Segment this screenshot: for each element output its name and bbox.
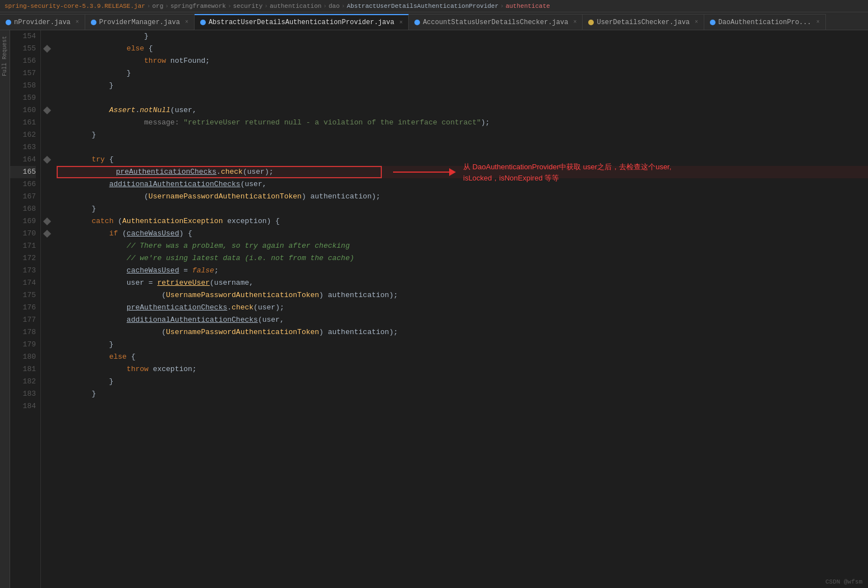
code-line-171: // There was a problem, so try again aft… bbox=[57, 240, 868, 252]
annotation-arrow bbox=[393, 168, 456, 176]
line-num-160: 160 bbox=[10, 104, 36, 117]
line-num-154: 154 bbox=[10, 30, 36, 43]
line-num-155: 155 bbox=[10, 43, 36, 55]
tab-label: AccountStatusUserDetailsChecker.java bbox=[423, 18, 568, 26]
annotation-text: 从 DaoAuthenticationProvider中获取 user之后，去检… bbox=[463, 161, 671, 183]
tab-accountstatus[interactable]: AccountStatusUserDetailsChecker.java × bbox=[409, 14, 583, 30]
line-num-163: 163 bbox=[10, 141, 36, 154]
code-line-170: if (cacheWasUsed) { bbox=[57, 228, 868, 240]
code-line-169: catch (AuthenticationException exception… bbox=[57, 215, 868, 228]
line-num-170: 170 bbox=[10, 228, 36, 240]
code-line-176: preAuthenticationChecks.check(user); bbox=[57, 302, 868, 314]
code-line-159 bbox=[57, 92, 868, 104]
code-line-181: throw exception; bbox=[57, 363, 868, 376]
tab-close-icon[interactable]: × bbox=[399, 20, 403, 26]
code-line-162: } bbox=[57, 129, 868, 141]
line-num-178: 178 bbox=[10, 326, 36, 339]
tab-icon bbox=[6, 20, 11, 25]
code-line-177: additionalAuthenticationChecks(user, bbox=[57, 314, 868, 326]
tab-abstractprovider[interactable]: AbstractUserDetailsAuthenticationProvide… bbox=[195, 14, 409, 30]
tab-close-icon[interactable]: × bbox=[695, 19, 698, 25]
line-num-158: 158 bbox=[10, 80, 36, 92]
line-num-173: 173 bbox=[10, 265, 36, 277]
code-line-174: user = retrieveUser(username, bbox=[57, 277, 868, 289]
line-num-171: 171 bbox=[10, 240, 36, 252]
tab-close-icon[interactable]: × bbox=[816, 19, 820, 25]
code-line-155: else { bbox=[57, 43, 868, 55]
gutter-icon-169 bbox=[43, 217, 51, 225]
tab-userdetailschecker[interactable]: UserDetailsChecker.java × bbox=[583, 14, 704, 30]
line-num-172: 172 bbox=[10, 252, 36, 265]
code-line-168: } bbox=[57, 203, 868, 215]
code-line-164: try { bbox=[57, 154, 868, 166]
gutter-icon-155 bbox=[43, 45, 51, 53]
tab-label: UserDetailsChecker.java bbox=[597, 18, 690, 26]
gutter-icon-164 bbox=[43, 156, 51, 164]
line-num-161: 161 bbox=[10, 117, 36, 129]
code-line-184 bbox=[57, 400, 868, 413]
tab-icon bbox=[710, 20, 715, 25]
tab-icon bbox=[588, 20, 594, 25]
tab-providermanager[interactable]: ProviderManager.java × bbox=[85, 14, 195, 30]
line-num-168: 168 bbox=[10, 203, 36, 215]
line-num-166: 166 bbox=[10, 178, 36, 191]
code-line-161: message: "retrieveUser returned null - a… bbox=[57, 117, 868, 129]
tab-label: AbstractUserDetailsAuthenticationProvide… bbox=[209, 18, 394, 26]
line-num-181: 181 bbox=[10, 363, 36, 376]
code-line-157: } bbox=[57, 67, 868, 80]
tab-close-icon[interactable]: × bbox=[573, 19, 576, 25]
code-line-165: preAuthenticationChecks.check(user); 从 D… bbox=[57, 166, 868, 178]
tab-icon bbox=[200, 20, 206, 25]
code-line-163 bbox=[57, 141, 868, 154]
line-num-157: 157 bbox=[10, 67, 36, 80]
tab-close-icon[interactable]: × bbox=[76, 19, 79, 25]
tab-label: ProviderManager.java bbox=[99, 18, 180, 26]
tab-label: nProvider.java bbox=[14, 18, 71, 26]
code-line-167: (UsernamePasswordAuthenticationToken) au… bbox=[57, 191, 868, 203]
code-line-179: } bbox=[57, 339, 868, 351]
code-line-154: } bbox=[57, 30, 868, 43]
line-num-179: 179 bbox=[10, 339, 36, 351]
code-line-182: } bbox=[57, 376, 868, 388]
code-line-173: cacheWasUsed = false; bbox=[57, 265, 868, 277]
gutter-icon-160 bbox=[43, 107, 51, 114]
breadcrumb: spring-security-core-5.3.9.RELEASE.jar ›… bbox=[0, 0, 868, 12]
line-num-184: 184 bbox=[10, 400, 36, 413]
line-num-167: 167 bbox=[10, 191, 36, 203]
tab-label: DaoAuthenticationPro... bbox=[718, 18, 811, 26]
code-line-178: (UsernamePasswordAuthenticationToken) au… bbox=[57, 326, 868, 339]
code-line-180: else { bbox=[57, 351, 868, 363]
line-num-175: 175 bbox=[10, 289, 36, 302]
panel-label: Full Request bbox=[2, 36, 8, 76]
line-num-164: 164 bbox=[10, 154, 36, 166]
line-num-183: 183 bbox=[10, 388, 36, 400]
left-panel: Full Request bbox=[0, 30, 10, 588]
bc-method[interactable]: authenticate bbox=[506, 3, 550, 10]
line-num-176: 176 bbox=[10, 302, 36, 314]
tab-close-icon[interactable]: × bbox=[185, 19, 188, 25]
code-line-183: } bbox=[57, 388, 868, 400]
tab-icon bbox=[414, 20, 420, 25]
bc-jar: spring-security-core-5.3.9.RELEASE.jar bbox=[4, 3, 145, 10]
line-num-159: 159 bbox=[10, 92, 36, 104]
code-area: Full Request 154 155 156 157 158 159 160… bbox=[0, 30, 868, 588]
tab-daoprovider[interactable]: DaoAuthenticationPro... × bbox=[704, 14, 826, 30]
line-numbers: 154 155 156 157 158 159 160 161 162 163 … bbox=[10, 30, 41, 588]
code-line-156: throw notFound; bbox=[57, 55, 868, 67]
code-content: } else { throw notFound; } } bbox=[52, 30, 868, 588]
code-line-172: // we're using latest data (i.e. not fro… bbox=[57, 252, 868, 265]
tab-bar: nProvider.java × ProviderManager.java × … bbox=[0, 12, 868, 30]
line-num-162: 162 bbox=[10, 129, 36, 141]
line-num-169: 169 bbox=[10, 215, 36, 228]
line-num-165: 165 bbox=[10, 166, 36, 178]
line-num-180: 180 bbox=[10, 351, 36, 363]
gutter-icons bbox=[41, 30, 52, 588]
tab-nprovider[interactable]: nProvider.java × bbox=[0, 14, 85, 30]
line-num-177: 177 bbox=[10, 314, 36, 326]
line-num-174: 174 bbox=[10, 277, 36, 289]
code-line-158: } bbox=[57, 80, 868, 92]
tab-icon bbox=[91, 20, 96, 25]
watermark: CSDN @wfsm bbox=[825, 578, 862, 585]
bc-class[interactable]: AbstractUserDetailsAuthenticationProvide… bbox=[347, 3, 498, 10]
line-num-156: 156 bbox=[10, 55, 36, 67]
